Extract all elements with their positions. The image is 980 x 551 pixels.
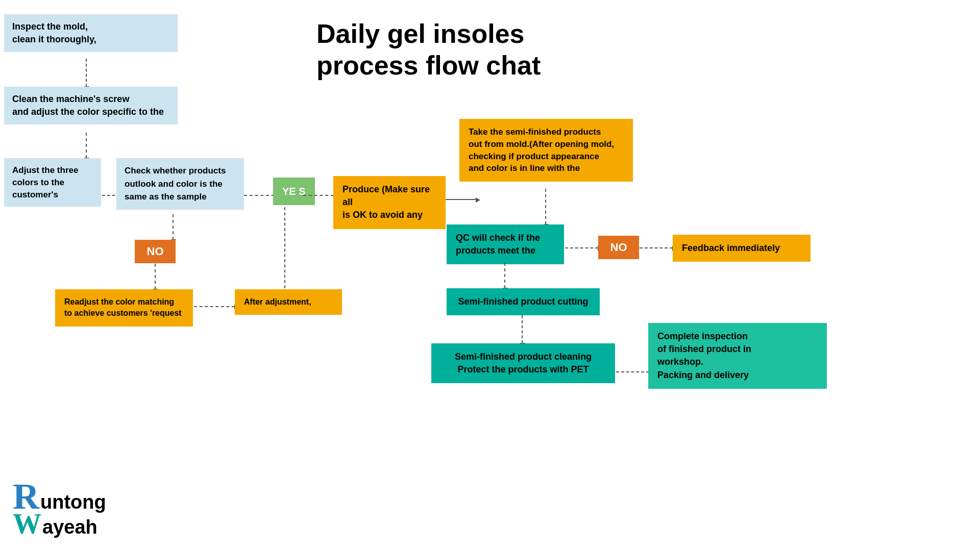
flow-box-1: Inspect the mold, clean it thoroughly, (4, 14, 178, 52)
flow-box-11: Semi-finished product cutting (447, 288, 600, 315)
flow-box-5: Readjust the color matching to achieve c… (55, 289, 193, 327)
flow-box-4: Check whether products outlook and color… (116, 158, 244, 210)
flow-box-3: Adjust the three colors to the customer'… (4, 158, 101, 207)
flow-box-10: Feedback immediately (673, 235, 811, 262)
flow-box-13: Complete inspection of finished product … (648, 323, 827, 389)
yes-badge: YE S (273, 178, 315, 205)
flow-box-6: After adjustment, (235, 289, 342, 315)
flow-box-8: Take the semi-finished products out from… (459, 119, 633, 182)
no-badge-1: NO (135, 240, 176, 263)
logo-w: W (13, 510, 41, 538)
page-title: Daily gel insoles process flow chat (316, 18, 541, 82)
flow-box-9: QC will check if the products meet the (447, 224, 564, 264)
logo-untong: untong (40, 491, 106, 513)
flow-box-7: Produce (Make sure all is OK to avoid an… (333, 176, 446, 229)
flow-box-2: Clean the machine's screw and adjust the… (4, 87, 178, 124)
logo-ayeah: ayeah (42, 516, 97, 538)
no-badge-2: NO (598, 236, 639, 259)
flow-box-12: Semi-finished product cleaning Protect t… (431, 343, 615, 383)
logo: R untong W ayeah (13, 478, 106, 538)
